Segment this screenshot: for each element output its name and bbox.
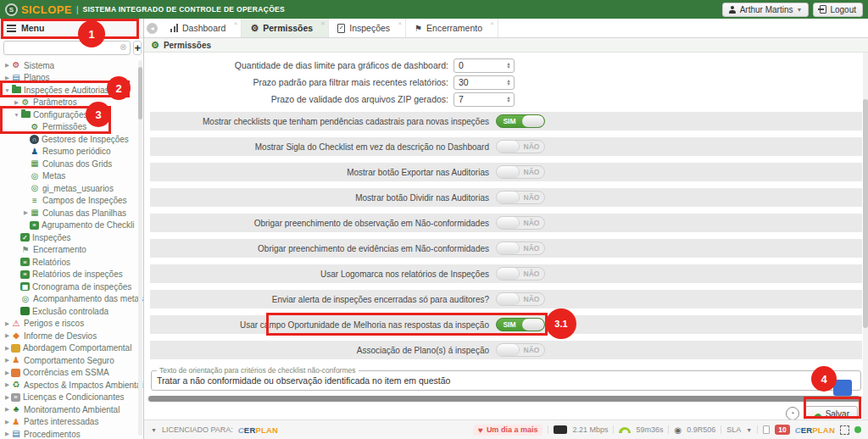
chevron-right-icon[interactable]: ▶: [3, 431, 11, 437]
chevron-right-icon[interactable]: ▶: [3, 332, 11, 339]
tree-search-box[interactable]: ⊗: [3, 41, 131, 55]
save-button[interactable]: ☁ Salvar: [804, 406, 858, 420]
close-tab-icon[interactable]: ×: [398, 19, 402, 27]
horizontal-scrollbar[interactable]: [147, 396, 865, 402]
close-tab-icon[interactable]: ×: [234, 19, 238, 27]
sidebar-item-par-metros[interactable]: ▶⚙Parâmetros: [0, 97, 143, 109]
sidebar-item-colunas-dos-grids[interactable]: ▦Colunas dos Grids: [0, 158, 143, 170]
sidebar-item-cronograma-de-inspe-es[interactable]: ▦Cronograma de inspeções: [0, 281, 143, 293]
clipboard-check-icon: ✓: [20, 233, 30, 242]
sidebar-item-label: Planos: [24, 73, 50, 82]
toggle-switch[interactable]: NÃO: [496, 165, 545, 179]
number-input[interactable]: 0▲▼: [453, 58, 515, 73]
sidebar-item-colunas-das-planilhas[interactable]: ▶▦Colunas das Planilhas: [0, 207, 143, 220]
chevron-right-icon[interactable]: ▶: [3, 394, 11, 401]
sidebar-item-metas[interactable]: ◎Metas: [0, 170, 143, 183]
sidebar-item-inspe-es[interactable]: ✓Inspeções: [0, 231, 143, 244]
toggle-switch[interactable]: NÃO: [496, 343, 545, 357]
sidebar-item-label: Exclusão controlada: [32, 307, 108, 316]
sidebar-item-ocorr-ncias-em-ssma[interactable]: ▶Ocorrências em SSMA: [0, 367, 143, 380]
number-input[interactable]: 30▲▼: [453, 75, 515, 90]
scroll-tabs-left-icon[interactable]: ◂: [147, 23, 158, 34]
fullscreen-icon[interactable]: [840, 425, 849, 435]
sidebar-item-sistema[interactable]: ▶⚙Sistema: [0, 59, 143, 72]
hamburger-icon: [7, 25, 16, 32]
history-clock-icon[interactable]: ◔: [786, 407, 799, 420]
sidebar-item-relat-rios-de-inspe-es[interactable]: ≡Relatórios de inspeções: [0, 269, 143, 281]
sidebar-item-monitoramento-ambiental[interactable]: ▶♣Monitoramento Ambiental: [0, 403, 143, 416]
close-tab-icon[interactable]: ×: [321, 19, 326, 27]
sla-dropdown-icon[interactable]: ▼: [746, 427, 752, 433]
close-tab-icon[interactable]: ×: [490, 19, 494, 27]
chevron-right-icon[interactable]: ▶: [3, 419, 11, 425]
chevron-right-icon[interactable]: ▶: [3, 357, 11, 364]
chevron-right-icon[interactable]: ▶: [3, 345, 11, 352]
content-scrollbar[interactable]: [863, 53, 868, 420]
sidebar-item-gi-metas-usuarios[interactable]: ◎gi_metas_usuarios: [0, 182, 143, 195]
clear-search-icon[interactable]: ⊗: [120, 43, 126, 52]
doc-lines-icon: ≡: [11, 393, 20, 402]
sidebar-item-partes-interessadas[interactable]: ▶♟Partes interessadas: [0, 416, 143, 429]
tab-dashboard[interactable]: Dashboard×: [162, 19, 242, 37]
chevron-right-icon[interactable]: ▶: [3, 75, 11, 81]
sidebar-item-gestores-de-inspe-es[interactable]: ∩Gestores de Inspeções: [0, 133, 143, 146]
chevron-right-icon[interactable]: ▶: [3, 370, 11, 376]
sidebar-item-relat-rios[interactable]: ≡Relatórios: [0, 256, 143, 269]
toggle-switch[interactable]: NÃO: [496, 191, 545, 204]
collapse-statusbar-icon[interactable]: ▼: [151, 427, 157, 433]
notification-badge[interactable]: 10: [775, 425, 789, 435]
sidebar-item-resumo-peri-dico[interactable]: ♟Resumo periódico: [0, 146, 143, 158]
chevron-right-icon[interactable]: ▶: [3, 62, 11, 69]
sidebar-item-procedimentos[interactable]: ▶▤Procedimentos: [0, 428, 143, 439]
toggle-switch[interactable]: SIM: [496, 318, 545, 331]
sidebar-item-encerramento[interactable]: ⚑Encerramento: [0, 244, 143, 257]
toggle-value: NÃO: [519, 141, 544, 153]
toggle-switch[interactable]: SIM: [496, 114, 545, 128]
breadcrumb-label: Permissões: [164, 41, 211, 50]
sidebar-item-informe-de-desvios[interactable]: ▶◆Informe de Desvios: [0, 330, 143, 342]
tab-permissões[interactable]: ⚙Permissões×: [242, 19, 329, 37]
sidebar-item-configura-es[interactable]: ▼Configurações: [0, 108, 143, 121]
sidebar-item-abordagem-comportamental[interactable]: ▶Abordagem Comportamental: [0, 342, 143, 355]
chevron-right-icon[interactable]: ▶: [22, 209, 30, 216]
sidebar-item-planos[interactable]: ▶▤Planos: [0, 72, 143, 85]
toggle-switch[interactable]: NÃO: [496, 292, 545, 306]
toggle-switch[interactable]: NÃO: [496, 267, 545, 281]
menu-button[interactable]: Menu: [0, 19, 143, 38]
sidebar-item-inspe-es-e-auditorias[interactable]: ▼Inspeções e Auditorias: [0, 84, 143, 97]
chevron-right-icon[interactable]: ▶: [3, 381, 11, 388]
logout-button[interactable]: Logout: [813, 3, 863, 17]
sidebar-item-permiss-es[interactable]: ⚙Permissões: [0, 121, 143, 134]
sidebar-item-aspectos-impactos-ambientais[interactable]: ▶♻Aspectos & Impactos Ambientais: [0, 379, 143, 392]
sidebar-item-exclus-o-controlada[interactable]: Exclusão controlada: [0, 305, 143, 318]
tree-search-input[interactable]: [8, 43, 120, 53]
chevron-right-icon[interactable]: ▶: [3, 406, 11, 413]
toggle-switch[interactable]: NÃO: [496, 140, 545, 153]
toggle-switch[interactable]: NÃO: [496, 242, 545, 255]
tab-encerramento[interactable]: ⚑Encerramento×: [406, 19, 498, 37]
app-logo-icon: S: [5, 3, 18, 16]
sidebar-item-perigos-e-riscos[interactable]: ▶⚠Perigos e riscos: [0, 318, 143, 331]
add-button[interactable]: +: [133, 41, 142, 55]
guidance-textarea[interactable]: Tratar a não conformidade ou observação …: [157, 375, 855, 386]
chat-float-icon[interactable]: [833, 380, 852, 396]
chevron-down-icon[interactable]: ▼: [13, 112, 20, 118]
chevron-right-icon[interactable]: ▶: [3, 320, 11, 327]
tree-scrollbar[interactable]: [138, 60, 142, 436]
chevron-down-icon[interactable]: ▼: [3, 87, 11, 93]
user-menu-button[interactable]: Arthur Martins ▼: [722, 3, 810, 17]
sidebar-item-comportamento-seguro[interactable]: ▶♟Comportamento Seguro: [0, 354, 143, 367]
spinner-icons[interactable]: ▲▼: [504, 96, 514, 103]
spinner-icons[interactable]: ▲▼: [504, 62, 514, 69]
sidebar-item-agrupamento-de-checkli[interactable]: ≡Agrupamento de Checkli: [0, 220, 143, 232]
sidebar-item-acompanhamento-das-metas[interactable]: ◎Acompanhamento das metas: [0, 293, 143, 306]
toggle-switch[interactable]: NÃO: [496, 216, 545, 230]
sidebar-item-licen-as-e-condicionantes[interactable]: ▶≡Licenças e Condicionantes: [0, 392, 143, 404]
number-input[interactable]: 7▲▼: [453, 92, 515, 107]
days-badge[interactable]: ♥ Um dia a mais: [473, 425, 542, 436]
tab-inspeções[interactable]: ✓Inspeções×: [329, 19, 406, 37]
spinner-icons[interactable]: ▲▼: [504, 79, 514, 86]
document-icon[interactable]: [763, 425, 770, 434]
sidebar-item-campos-de-inspe-es[interactable]: ≡Campos de Inspeções: [0, 195, 143, 208]
chevron-right-icon[interactable]: ▶: [13, 99, 20, 106]
